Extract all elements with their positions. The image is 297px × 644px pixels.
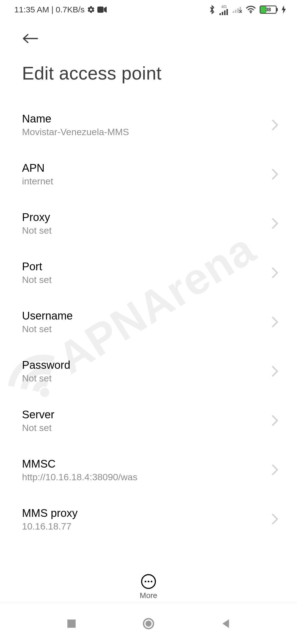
page-title: Edit access point bbox=[0, 47, 297, 100]
setting-row-server[interactable]: ServerNot set bbox=[0, 396, 297, 445]
status-separator: | bbox=[51, 5, 54, 14]
setting-label-mmsc: MMSC bbox=[22, 457, 266, 470]
svg-rect-6 bbox=[235, 10, 237, 13]
setting-label-username: Username bbox=[22, 309, 266, 322]
svg-rect-7 bbox=[237, 8, 239, 13]
setting-label-mms-proxy: MMS proxy bbox=[22, 507, 266, 519]
setting-row-proxy[interactable]: ProxyNot set bbox=[0, 199, 297, 248]
svg-point-9 bbox=[250, 12, 251, 13]
triangle-left-icon bbox=[221, 618, 230, 629]
setting-value-port: Not set bbox=[22, 274, 266, 285]
setting-value-server: Not set bbox=[22, 422, 266, 433]
status-bar: 11:35 AM | 0.7KB/s 4G 38 bbox=[0, 0, 297, 19]
arrow-left-icon bbox=[22, 33, 38, 44]
chevron-right-icon bbox=[272, 415, 280, 426]
chevron-right-icon bbox=[272, 464, 280, 475]
setting-value-mms-proxy: 10.16.18.77 bbox=[22, 521, 266, 532]
chevron-right-icon bbox=[272, 366, 280, 377]
gear-icon bbox=[87, 6, 95, 14]
setting-value-password: Not set bbox=[22, 373, 266, 384]
signal-4g-icon: 4G bbox=[219, 4, 229, 15]
setting-row-name[interactable]: NameMovistar-Venezuela-MMS bbox=[0, 100, 297, 149]
chevron-right-icon bbox=[272, 119, 280, 130]
setting-value-mmsc: http://10.16.18.4:38090/was bbox=[22, 472, 266, 482]
more-label: More bbox=[140, 591, 157, 600]
setting-label-password: Password bbox=[22, 359, 266, 371]
svg-rect-5 bbox=[233, 11, 234, 13]
svg-rect-2 bbox=[222, 12, 223, 15]
bluetooth-icon bbox=[209, 5, 216, 14]
more-icon bbox=[141, 574, 156, 589]
svg-rect-4 bbox=[227, 9, 228, 15]
setting-row-mmsc[interactable]: MMSChttp://10.16.18.4:38090/was bbox=[0, 445, 297, 495]
square-icon bbox=[67, 619, 76, 628]
svg-rect-1 bbox=[219, 13, 221, 15]
back-button[interactable] bbox=[22, 30, 38, 47]
battery-indicator: 38 bbox=[260, 6, 278, 14]
nav-recent-button[interactable] bbox=[65, 617, 78, 630]
nav-home-button[interactable] bbox=[142, 617, 155, 630]
wifi-icon bbox=[246, 6, 256, 13]
chevron-right-icon bbox=[272, 316, 280, 328]
setting-row-mms-proxy[interactable]: MMS proxy10.16.18.77 bbox=[0, 495, 297, 544]
setting-value-username: Not set bbox=[22, 324, 266, 334]
setting-label-server: Server bbox=[22, 408, 266, 421]
svg-rect-3 bbox=[224, 10, 226, 15]
setting-label-port: Port bbox=[22, 260, 266, 273]
video-camera-icon bbox=[97, 6, 107, 13]
setting-row-username[interactable]: UsernameNot set bbox=[0, 297, 297, 346]
setting-value-name: Movistar-Venezuela-MMS bbox=[22, 127, 266, 137]
app-bar bbox=[0, 19, 297, 47]
setting-label-name: Name bbox=[22, 112, 266, 125]
chevron-right-icon bbox=[272, 514, 280, 525]
setting-row-apn[interactable]: APNinternet bbox=[0, 149, 297, 199]
svg-rect-11 bbox=[67, 620, 76, 628]
setting-label-apn: APN bbox=[22, 162, 266, 174]
settings-list: NameMovistar-Venezuela-MMSAPNinternetPro… bbox=[0, 100, 297, 544]
chevron-right-icon bbox=[272, 267, 280, 278]
setting-value-apn: internet bbox=[22, 176, 266, 187]
setting-row-port[interactable]: PortNot set bbox=[0, 248, 297, 297]
nav-back-button[interactable] bbox=[219, 617, 232, 630]
system-navigation-bar bbox=[0, 603, 297, 644]
setting-row-password[interactable]: PasswordNot set bbox=[0, 346, 297, 396]
svg-rect-0 bbox=[97, 7, 104, 13]
chevron-right-icon bbox=[272, 169, 280, 180]
setting-value-proxy: Not set bbox=[22, 225, 266, 236]
charging-icon bbox=[282, 6, 286, 14]
setting-label-proxy: Proxy bbox=[22, 211, 266, 223]
svg-point-13 bbox=[145, 621, 152, 627]
chevron-right-icon bbox=[272, 218, 280, 229]
circle-icon bbox=[142, 618, 155, 630]
more-button[interactable]: More bbox=[140, 574, 157, 600]
status-speed: 0.7KB/s bbox=[56, 5, 85, 14]
signal-no-sim-icon bbox=[233, 6, 242, 13]
status-time: 11:35 AM bbox=[14, 5, 49, 14]
